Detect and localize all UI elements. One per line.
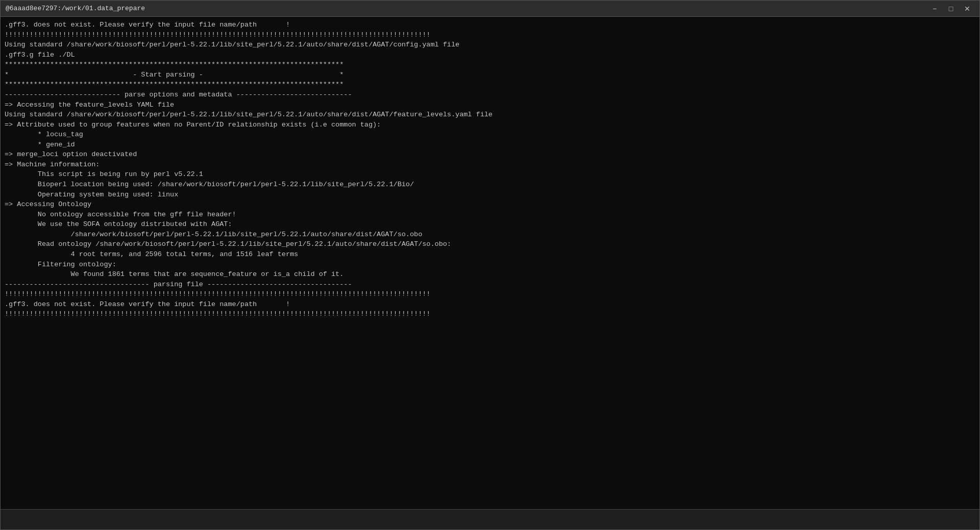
terminal-line: .gff3.g file ./DL	[5, 50, 975, 60]
terminal-line: !!!!!!!!!!!!!!!!!!!!!!!!!!!!!!!!!!!!!!!!…	[5, 309, 975, 319]
terminal-line: => Attribute used to group features when…	[5, 120, 975, 130]
terminal-line: * gene_id	[5, 140, 975, 150]
terminal-window: @6aaad8ee7297:/work/01.data_prepare − □ …	[0, 0, 980, 530]
terminal-line: => Machine information:	[5, 160, 975, 170]
terminal-line: We found 1861 terms that are sequence_fe…	[5, 269, 975, 280]
terminal-line: !!!!!!!!!!!!!!!!!!!!!!!!!!!!!!!!!!!!!!!!…	[5, 289, 975, 299]
terminal-line: ****************************************…	[5, 60, 975, 70]
titlebar-title: @6aaad8ee7297:/work/01.data_prepare	[6, 5, 145, 12]
terminal-line: Using standard /share/work/biosoft/perl/…	[5, 40, 975, 50]
terminal-line: ----------------------------------- pars…	[5, 280, 975, 290]
terminal-line: => Accessing Ontology	[5, 199, 975, 210]
terminal-line: Using standard /share/work/biosoft/perl/…	[5, 110, 975, 120]
terminal-line: Read ontology /share/work/biosoft/perl/p…	[5, 239, 975, 249]
terminal-line: This script is being run by perl v5.22.1	[5, 169, 975, 180]
terminal-line: * locus_tag	[5, 130, 975, 140]
close-button[interactable]: ✕	[960, 3, 974, 15]
titlebar-left: @6aaad8ee7297:/work/01.data_prepare	[6, 5, 145, 12]
terminal-line: * - Start parsing - *	[5, 70, 975, 80]
terminal-line: .gff3. does not exist. Please verify the…	[5, 20, 975, 30]
minimize-button[interactable]: −	[927, 3, 942, 15]
terminal-line: No ontology accessible from the gff file…	[5, 210, 975, 220]
terminal-line: !!!!!!!!!!!!!!!!!!!!!!!!!!!!!!!!!!!!!!!!…	[5, 30, 975, 40]
titlebar-controls: − □ ✕	[927, 3, 974, 15]
terminal-line: Bioperl location being used: /share/work…	[5, 180, 975, 190]
terminal-line: 4 root terms, and 2596 total terms, and …	[5, 249, 975, 260]
terminal-line: ---------------------------- parse optio…	[5, 90, 975, 100]
terminal-line: Operating system being used: linux	[5, 190, 975, 200]
terminal-line: /share/work/biosoft/perl/perl-5.22.1/lib…	[5, 230, 975, 240]
titlebar: @6aaad8ee7297:/work/01.data_prepare − □ …	[1, 1, 979, 17]
terminal-output: .gff3. does not exist. Please verify the…	[1, 17, 979, 509]
terminal-line: We use the SOFA ontology distributed wit…	[5, 219, 975, 230]
terminal-line: ****************************************…	[5, 80, 975, 90]
taskbar	[1, 509, 979, 529]
terminal-line: => Accessing the feature_levels YAML fil…	[5, 100, 975, 110]
terminal-line: .gff3. does not exist. Please verify the…	[5, 299, 975, 310]
maximize-button[interactable]: □	[944, 3, 958, 15]
terminal-line: => merge_loci option deactivated	[5, 149, 975, 160]
terminal-line: Filtering ontology:	[5, 260, 975, 270]
